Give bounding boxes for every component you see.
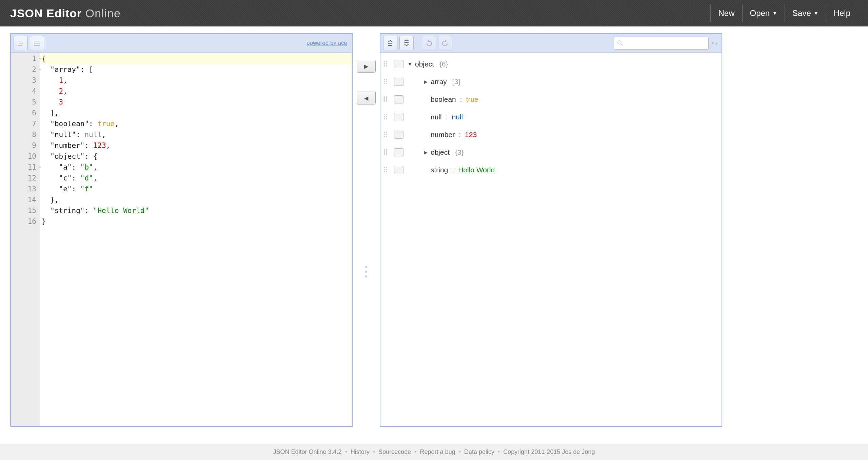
tree-key[interactable]: string [431,166,448,174]
tree-row[interactable]: null:null [382,108,720,126]
search-input[interactable] [614,37,709,50]
drag-handle-icon[interactable] [384,132,390,138]
transfer-column: ▶ ◀ [353,33,380,427]
collapse-all-button[interactable] [399,36,414,50]
tree-key[interactable]: number [431,131,455,139]
drag-handle-icon[interactable] [384,79,390,85]
footer-link-datapolicy[interactable]: Data policy [464,448,494,456]
fold-icon[interactable]: ▾ [39,53,41,64]
drag-handle-icon[interactable] [384,149,390,155]
code-line[interactable]: "null": null, [40,129,352,140]
chevron-down-icon: ▼ [772,11,777,16]
code-line[interactable]: "number": 123, [40,140,352,151]
footer-link-sourcecode[interactable]: Sourcecode [378,448,411,456]
code-line[interactable]: 1, [40,75,352,86]
tree-key[interactable]: boolean [431,95,456,103]
tree-value[interactable]: 123 [465,131,477,139]
gutter-line: 8 [11,129,40,140]
footer-link-history[interactable]: History [351,448,370,456]
format-button[interactable] [14,36,28,50]
code-line[interactable]: "e": "f" [40,184,352,194]
expand-all-button[interactable] [383,36,397,50]
tree-value[interactable]: true [466,95,478,103]
tree-row[interactable]: ▶array[3] [382,73,720,91]
splitter-handle[interactable] [365,266,367,277]
drag-handle-icon[interactable] [384,167,390,173]
gutter-line: 2▾ [11,64,40,75]
tree-value[interactable]: Hello World [458,166,495,174]
fold-icon[interactable]: ▾ [39,162,41,173]
footer-link-reportbug[interactable]: Report a bug [420,448,455,456]
footer-version: JSON Editor Online 3.4.2 [273,448,341,456]
gutter-line: 10 [11,151,40,162]
type-menu-icon[interactable] [394,113,403,121]
search-container: ▼▲ [614,37,719,50]
code-editor[interactable]: 1▾2▾34567891011▾1213141516 { "array": [ … [11,53,352,426]
type-menu-icon[interactable] [394,95,403,103]
tree-sep: : [460,95,462,103]
redo-button[interactable] [438,36,452,50]
search-nav-arrows[interactable]: ▼▲ [711,41,719,45]
gutter-line: 15 [11,205,40,216]
expand-icon[interactable]: ▶ [422,150,429,155]
code-line[interactable]: "c": "d", [40,173,352,184]
type-menu-icon[interactable] [394,131,403,139]
gutter-line: 11▾ [11,162,40,173]
code-line[interactable]: "array": [ [40,64,352,75]
nav-save[interactable]: Save ▼ [785,4,826,22]
tree-row[interactable]: ▶object{3} [382,143,720,161]
drag-handle-icon[interactable] [384,61,390,67]
code-line[interactable]: "a": "b", [40,162,352,173]
tree-count: {3} [455,148,464,156]
chevron-down-icon: ▼ [814,11,818,16]
drag-handle-icon[interactable] [384,114,390,120]
logo-bold: JSON Editor [10,7,82,20]
gutter-line: 14 [11,194,40,205]
nav-help[interactable]: Help [826,4,858,22]
main-content: powered by ace 1▾2▾34567891011▾121314151… [0,26,868,434]
tree-key[interactable]: array [431,78,447,86]
fold-icon[interactable]: ▾ [39,64,41,75]
type-menu-icon[interactable] [394,148,403,156]
svg-marker-10 [427,40,429,42]
code-area[interactable]: { "array": [ 1, 2, 3 ], "boolean": true,… [40,53,352,426]
code-pane: powered by ace 1▾2▾34567891011▾121314151… [10,33,353,427]
tree-key[interactable]: object [431,148,450,156]
code-line[interactable]: { [40,53,352,64]
copy-right-button[interactable]: ▶ [357,60,376,73]
copy-left-button[interactable]: ◀ [357,92,376,104]
app-header: JSON Editor Online New Open ▼ Save ▼ Hel… [0,0,868,26]
tree-value[interactable]: null [452,113,463,121]
drag-handle-icon[interactable] [384,96,390,102]
expand-icon[interactable]: ▶ [422,79,429,84]
code-toolbar: powered by ace [11,34,352,53]
tree-row[interactable]: boolean:true [382,91,720,108]
expand-icon[interactable]: ▼ [407,61,413,67]
type-menu-icon[interactable] [394,78,403,86]
tree-key[interactable]: object [415,60,434,68]
code-line[interactable]: "boolean": true, [40,118,352,129]
type-menu-icon[interactable] [394,166,403,174]
code-line[interactable]: "string": "Hello World" [40,205,352,216]
type-menu-icon[interactable] [394,60,403,68]
code-line[interactable]: "object": { [40,151,352,162]
tree-view[interactable]: ▼object{6}▶array[3]boolean:truenull:null… [380,53,722,426]
app-logo: JSON Editor Online [10,7,121,20]
powered-by-link[interactable]: powered by ace [307,40,347,46]
svg-marker-11 [445,40,447,42]
code-line[interactable]: 3 [40,97,352,108]
nav-new[interactable]: New [710,4,742,22]
footer: JSON Editor Online 3.4.2 • History • Sou… [0,444,868,460]
tree-key[interactable]: null [431,113,442,121]
code-line[interactable]: }, [40,194,352,205]
gutter-line: 7 [11,118,40,129]
nav-open[interactable]: Open ▼ [742,4,785,22]
tree-row[interactable]: string:Hello World [382,161,720,179]
compact-button[interactable] [30,36,44,50]
code-line[interactable]: 2, [40,86,352,97]
tree-row[interactable]: number:123 [382,126,720,143]
code-line[interactable]: ], [40,108,352,118]
undo-button[interactable] [422,36,436,50]
tree-row[interactable]: ▼object{6} [382,55,720,73]
code-line[interactable]: } [40,216,352,227]
